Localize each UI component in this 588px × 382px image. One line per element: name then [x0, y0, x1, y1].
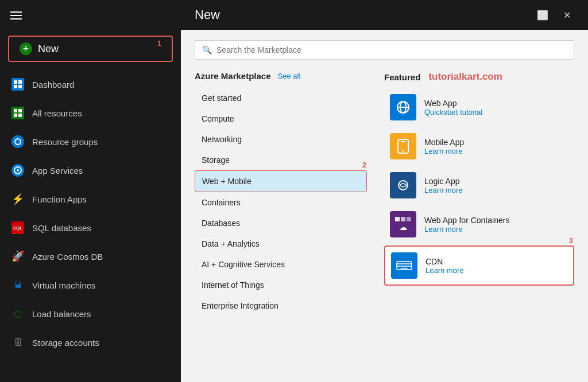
cdn-info: CDN Learn more — [425, 257, 463, 275]
cdn-icon — [391, 252, 417, 279]
sidebar-item-label: Load balancers — [32, 309, 91, 319]
sidebar-item-label: Function Apps — [32, 194, 87, 204]
sidebar-item-virtual-machines[interactable]: 🖥 Virtual machines — [0, 271, 181, 299]
marketplace-section-title: Azure Marketplace See all — [195, 71, 367, 81]
svg-rect-0 — [14, 80, 17, 84]
logic-app-info: Logic App Learn more — [424, 177, 462, 194]
resource-groups-icon — [11, 135, 24, 148]
web-app-containers-icon: ☁ — [390, 211, 416, 237]
svg-rect-7 — [18, 114, 22, 117]
mobile-app-icon — [390, 133, 416, 159]
sidebar-item-label: Resource groups — [32, 137, 98, 147]
marketplace-list: Get started Compute Networking Storage 2… — [195, 88, 367, 316]
search-icon: 🔍 — [202, 45, 212, 54]
header-controls: ⬜ ✕ — [533, 7, 574, 23]
sidebar-item-sql-databases[interactable]: SQL SQL databases — [0, 213, 181, 242]
sidebar-item-label: All resources — [32, 108, 82, 118]
featured-title: Featured — [384, 72, 420, 82]
marketplace-item-databases[interactable]: Databases — [195, 213, 367, 233]
panel-title: New — [195, 7, 220, 22]
see-all-link[interactable]: See all — [278, 72, 301, 80]
new-button-wrapper: + New 1 — [0, 31, 181, 67]
annotation-2: 2 — [362, 161, 366, 169]
plus-icon: + — [20, 42, 32, 55]
svg-rect-3 — [18, 85, 22, 88]
search-bar: 🔍 — [195, 40, 574, 60]
marketplace-item-iot[interactable]: Internet of Things — [195, 275, 367, 295]
sidebar-item-label: SQL databases — [32, 223, 91, 233]
marketplace-item-web-mobile[interactable]: 2 Web + Mobile — [195, 170, 367, 192]
new-button[interactable]: + New 1 — [8, 36, 173, 62]
minimize-button[interactable]: ⬜ — [533, 7, 552, 23]
all-resources-icon — [11, 107, 24, 119]
main-panel: New ⬜ ✕ 🔍 Azure Marketplace See all Get … — [181, 0, 588, 382]
featured-item-web-app-containers[interactable]: ☁ Web App for Containers Learn more — [384, 206, 574, 242]
lb-icon: ⬡ — [11, 307, 24, 320]
featured-item-cdn[interactable]: 3 CDN Learn more — [384, 245, 574, 286]
sql-icon: SQL — [11, 221, 24, 234]
storage-icon: 🗄 — [11, 336, 24, 349]
sidebar-header — [0, 0, 181, 31]
marketplace-item-get-started[interactable]: Get started — [195, 88, 367, 108]
featured-item-web-app[interactable]: Web App Quickstart tutorial — [384, 89, 574, 125]
function-apps-icon: ⚡ — [11, 193, 24, 205]
sidebar-item-load-balancers[interactable]: ⬡ Load balancers — [0, 299, 181, 328]
main-header: New ⬜ ✕ — [181, 0, 588, 30]
web-app-containers-info: Web App for Containers Learn more — [424, 216, 509, 233]
marketplace-item-containers[interactable]: Containers — [195, 192, 367, 213]
sidebar-item-azure-cosmos-db[interactable]: 🚀 Azure Cosmos DB — [0, 242, 181, 271]
logic-app-icon — [390, 172, 416, 198]
svg-rect-5 — [18, 109, 22, 112]
marketplace-item-ai-cognitive[interactable]: AI + Cognitive Services — [195, 254, 367, 275]
sidebar-item-dashboard[interactable]: Dashboard — [0, 70, 181, 99]
svg-point-10 — [17, 169, 19, 171]
sidebar: + New 1 Dashboard All resources Resource… — [0, 0, 181, 382]
new-button-label: New — [38, 43, 59, 55]
web-app-info: Web App Quickstart tutorial — [424, 99, 482, 116]
featured-column: Featured tutorialkart.com — [384, 71, 574, 316]
svg-rect-4 — [14, 109, 17, 112]
svg-rect-2 — [14, 85, 17, 88]
svg-rect-1 — [18, 80, 22, 84]
web-app-icon — [390, 94, 416, 120]
marketplace-item-networking[interactable]: Networking — [195, 129, 367, 150]
marketplace-item-compute[interactable]: Compute — [195, 108, 367, 129]
mobile-app-info: Mobile App Learn more — [424, 138, 464, 155]
sidebar-item-function-apps[interactable]: ⚡ Function Apps — [0, 185, 181, 213]
sidebar-item-all-resources[interactable]: All resources — [0, 99, 181, 127]
featured-item-mobile-app[interactable]: Mobile App Learn more — [384, 128, 574, 164]
sidebar-item-app-services[interactable]: App Services — [0, 156, 181, 185]
cosmos-icon: 🚀 — [11, 250, 24, 263]
sidebar-item-resource-groups[interactable]: Resource groups — [0, 127, 181, 156]
sidebar-item-label: Virtual machines — [32, 280, 96, 290]
brand-text: tutorialkart.com — [428, 71, 502, 83]
featured-item-logic-app[interactable]: Logic App Learn more — [384, 167, 574, 203]
main-body: 🔍 Azure Marketplace See all Get started … — [181, 30, 588, 382]
featured-header: Featured tutorialkart.com — [384, 71, 574, 83]
svg-point-8 — [15, 139, 21, 145]
marketplace-item-data-analytics[interactable]: Data + Analytics — [195, 233, 367, 254]
app-services-icon — [11, 164, 24, 177]
sidebar-item-label: Dashboard — [32, 80, 74, 89]
close-button[interactable]: ✕ — [560, 7, 574, 23]
two-col-layout: Azure Marketplace See all Get started Co… — [195, 71, 574, 316]
svg-point-15 — [403, 150, 404, 152]
annotation-1: 1 — [157, 39, 161, 48]
featured-list: Web App Quickstart tutorial — [384, 89, 574, 286]
hamburger-menu[interactable] — [8, 9, 24, 22]
dashboard-icon — [11, 78, 24, 91]
sidebar-item-label: App Services — [32, 166, 83, 176]
sidebar-item-label: Storage accounts — [32, 338, 99, 348]
vm-icon: 🖥 — [11, 279, 24, 291]
sidebar-item-storage-accounts[interactable]: 🗄 Storage accounts — [0, 328, 181, 357]
marketplace-column: Azure Marketplace See all Get started Co… — [195, 71, 367, 316]
marketplace-item-storage[interactable]: Storage — [195, 150, 367, 170]
svg-rect-6 — [14, 114, 17, 117]
marketplace-item-enterprise-integration[interactable]: Enterprise Integration — [195, 295, 367, 316]
search-input[interactable] — [216, 45, 567, 54]
sidebar-item-label: Azure Cosmos DB — [32, 252, 103, 262]
annotation-3: 3 — [569, 236, 573, 245]
